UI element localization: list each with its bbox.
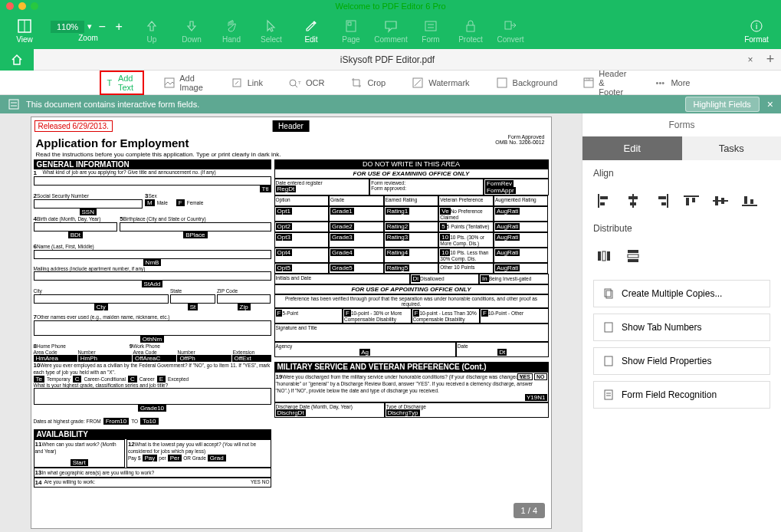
crop-button[interactable]: Crop bbox=[344, 74, 392, 92]
align-top-button[interactable] bbox=[681, 192, 702, 209]
tag-in: In bbox=[481, 275, 489, 282]
home-button[interactable] bbox=[0, 49, 34, 71]
watermark-button[interactable]: Watermark bbox=[405, 74, 475, 92]
down-button[interactable]: Down bbox=[173, 14, 210, 48]
form-button[interactable]: Form bbox=[412, 14, 449, 48]
field-title[interactable] bbox=[34, 176, 271, 186]
panel-tab-tasks[interactable]: Tasks bbox=[682, 136, 782, 160]
link-button[interactable]: Link bbox=[225, 74, 269, 92]
svg-rect-30 bbox=[628, 196, 638, 199]
new-tab-button[interactable]: + bbox=[760, 51, 781, 67]
add-text-button[interactable]: T Add Text bbox=[100, 71, 144, 95]
panel-tab-edit[interactable]: Edit bbox=[582, 136, 682, 160]
tag-per: Per bbox=[168, 455, 182, 461]
section-military: MILITARY SERVICE AND VETERAN PREFERENCE … bbox=[274, 362, 549, 372]
field-ssn[interactable] bbox=[34, 199, 143, 209]
distribute-h-button[interactable] bbox=[593, 248, 615, 264]
view-button[interactable]: View bbox=[6, 14, 43, 48]
tag-from10: From10 bbox=[103, 418, 130, 425]
field-name[interactable] bbox=[34, 250, 271, 259]
create-copies-button[interactable]: Create Multiple Copies... bbox=[593, 280, 770, 307]
select-button[interactable]: Select bbox=[253, 14, 290, 48]
more-button[interactable]: ••• More bbox=[648, 74, 696, 92]
format-button[interactable]: i Format bbox=[738, 14, 775, 48]
chevron-down-icon[interactable]: ▾ bbox=[87, 21, 92, 31]
released-stamp: Released 6/29/2013. bbox=[34, 120, 113, 132]
tag-stadd: StAdd bbox=[142, 281, 163, 287]
add-image-button[interactable]: Add Image bbox=[158, 71, 211, 95]
maximize-window-button[interactable] bbox=[31, 2, 38, 10]
page-button[interactable]: Page bbox=[333, 14, 369, 48]
field-bplace[interactable] bbox=[120, 222, 271, 232]
minimize-window-button[interactable] bbox=[18, 2, 26, 10]
convert-button[interactable]: Convert bbox=[492, 14, 529, 48]
info-icon: i bbox=[749, 18, 764, 34]
align-center-v-button[interactable] bbox=[710, 192, 731, 209]
hand-button[interactable]: Hand bbox=[213, 14, 250, 48]
up-button[interactable]: Up bbox=[133, 14, 170, 48]
panel-title: Forms bbox=[582, 113, 781, 136]
close-tab-button[interactable]: × bbox=[741, 54, 760, 65]
align-right-button[interactable] bbox=[651, 192, 673, 209]
svg-rect-23 bbox=[9, 100, 18, 109]
form-field-recognition-button[interactable]: Form Field Recognition bbox=[593, 381, 770, 409]
document-icon bbox=[603, 288, 614, 299]
highlight-fields-button[interactable]: Highlight Fields bbox=[685, 97, 760, 112]
svg-rect-36 bbox=[686, 198, 689, 205]
form-icon bbox=[423, 18, 438, 34]
document-tab[interactable]: iSkysoft PDF Editor.pdf bbox=[34, 54, 741, 65]
svg-rect-39 bbox=[715, 196, 718, 205]
header-field[interactable]: Header bbox=[272, 120, 310, 132]
ocr-icon: T bbox=[289, 77, 301, 89]
close-window-button[interactable] bbox=[6, 2, 14, 10]
lock-icon bbox=[463, 18, 478, 34]
tag-m: M bbox=[145, 199, 155, 206]
field-bdt[interactable] bbox=[34, 222, 118, 232]
comment-button[interactable]: Comment bbox=[372, 14, 409, 48]
background-button[interactable]: Background bbox=[490, 74, 564, 92]
field-state[interactable] bbox=[170, 294, 215, 304]
zoom-in-button[interactable]: + bbox=[112, 20, 126, 34]
tag-zip: Zip bbox=[238, 304, 251, 310]
edit-button[interactable]: Edit bbox=[293, 14, 330, 48]
header-footer-button[interactable]: 123 Header & Footer bbox=[577, 66, 634, 100]
up-arrow-icon bbox=[144, 18, 159, 34]
tag-c1: C bbox=[73, 376, 82, 383]
svg-rect-8 bbox=[505, 21, 511, 29]
zoom-out-button[interactable]: − bbox=[95, 20, 109, 34]
svg-rect-3 bbox=[348, 22, 351, 25]
tag-nmb: NmB bbox=[143, 259, 162, 266]
document-viewport[interactable]: Released 6/29/2013. Header Form Approved… bbox=[0, 113, 582, 532]
tag-ttl: Ttl bbox=[260, 186, 271, 192]
ocr-button[interactable]: T OCR bbox=[283, 74, 330, 92]
document-icon bbox=[603, 322, 614, 333]
distribute-v-button[interactable] bbox=[622, 248, 644, 264]
action-list: Create Multiple Copies... Show Tab Numbe… bbox=[582, 271, 781, 418]
traffic-lights bbox=[6, 2, 38, 10]
align-left-button[interactable] bbox=[593, 192, 615, 209]
field-othernames[interactable] bbox=[34, 320, 271, 336]
field-city[interactable] bbox=[34, 294, 169, 304]
tag-y19n1: Y19N1 bbox=[525, 394, 546, 401]
svg-line-13 bbox=[235, 81, 238, 84]
convert-icon bbox=[503, 18, 518, 34]
svg-rect-52 bbox=[605, 323, 612, 332]
field-address[interactable] bbox=[34, 271, 271, 281]
close-info-button[interactable]: × bbox=[767, 98, 773, 110]
background-icon bbox=[496, 77, 508, 89]
align-center-h-button[interactable] bbox=[622, 192, 644, 209]
show-field-properties-button[interactable]: Show Field Properties bbox=[593, 347, 770, 375]
tag-hmph: HmPh bbox=[78, 355, 132, 362]
align-bottom-button[interactable] bbox=[739, 192, 760, 209]
tag-c2: C bbox=[128, 376, 137, 383]
svg-point-14 bbox=[290, 80, 296, 86]
show-tab-numbers-button[interactable]: Show Tab Numbers bbox=[593, 314, 770, 341]
field-grade[interactable] bbox=[34, 388, 271, 405]
zoom-control[interactable]: 110% ▾ − + Zoom bbox=[46, 14, 130, 48]
svg-rect-45 bbox=[602, 251, 605, 261]
zoom-select[interactable]: 110% bbox=[51, 21, 84, 33]
field-zip[interactable] bbox=[217, 294, 271, 304]
protect-button[interactable]: Protect bbox=[452, 14, 489, 48]
align-buttons bbox=[582, 186, 781, 215]
link-icon bbox=[231, 77, 243, 89]
